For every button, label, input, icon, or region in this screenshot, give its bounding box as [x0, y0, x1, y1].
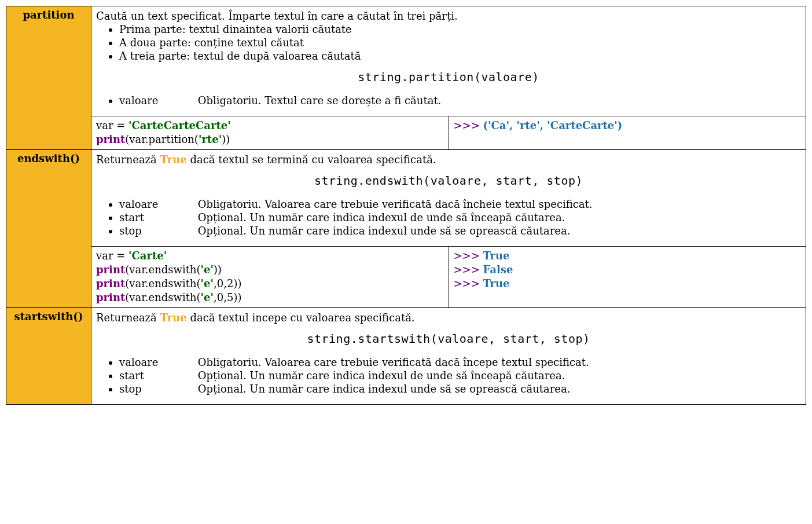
desc-intro: Returnează True dacă textul incepe cu va… [96, 312, 801, 324]
true-keyword: True [160, 312, 187, 324]
signature: string.endswith(valoare, start, stop) [96, 174, 801, 188]
list-item: start Opțional. Un număr care indica ind… [119, 211, 801, 223]
param-desc: Obligatoriu. Valoarea care trebuie verif… [198, 356, 589, 368]
desc-text: dacă textul incepe cu valoarea specifica… [187, 312, 415, 324]
param-desc: Opțional. Un număr care indica indexul d… [198, 369, 565, 382]
method-name-cell: partition [6, 6, 91, 150]
print-keyword: print [96, 277, 125, 290]
signature: string.partition(valoare) [96, 70, 801, 84]
output-value: True [483, 277, 509, 290]
param-name: valoare [119, 94, 194, 107]
list-item: valoare Obligatoriu. Textul care se dore… [119, 94, 801, 107]
code-text: (var.partition( [125, 133, 199, 145]
list-item: stop Opțional. Un număr care indica inde… [119, 383, 801, 395]
prompt: >>> [454, 263, 483, 276]
list-item: A doua parte: conține textul căutat [119, 36, 801, 49]
desc-text: Returnează [96, 153, 160, 166]
code-line: print(var.endswith('e',0,5)) [96, 291, 444, 305]
output-value: False [483, 263, 513, 276]
param-desc: Opțional. Un număr care indica indexul u… [198, 225, 571, 237]
string-literal: 'Carte' [128, 250, 167, 262]
output-value: ('Ca', 'rte', 'CarteCarte') [483, 119, 622, 131]
string-literal: 'e' [201, 291, 214, 303]
string-literal: 'e' [201, 263, 214, 276]
methods-table: partition Caută un text specificat. Împa… [6, 6, 806, 405]
description-cell: Returnează True dacă textul incepe cu va… [91, 307, 806, 404]
param-name: valoare [119, 356, 194, 368]
print-keyword: print [96, 291, 125, 303]
true-keyword: True [160, 153, 187, 166]
table-row: endswith() Returnează True dacă textul s… [6, 149, 806, 246]
param-name: valoare [119, 198, 194, 210]
output-cell: >>> True >>> False >>> True [449, 246, 806, 307]
list-item: stop Opțional. Un număr care indica inde… [119, 225, 801, 237]
desc-intro: Returnează True dacă textul se termină c… [96, 153, 801, 166]
code-text: var = [96, 250, 128, 262]
string-literal: 'CarteCarteCarte' [128, 119, 231, 131]
code-line: print(var.endswith('e',0,2)) [96, 277, 444, 291]
prompt: >>> [454, 277, 483, 290]
method-name-cell: endswith() [6, 149, 91, 307]
prompt: >>> [454, 119, 483, 131]
description-cell: Returnează True dacă textul se termină c… [91, 149, 806, 246]
table-row: startswith() Returnează True dacă textul… [6, 307, 806, 404]
param-desc: Obligatoriu. Textul care se dorește a fi… [198, 94, 442, 107]
code-text: ,0,2)) [214, 277, 241, 290]
code-text: ,0,5)) [214, 291, 241, 303]
signature: string.startswith(valoare, start, stop) [96, 332, 801, 346]
list-item: A treia parte: textul de după valoarea c… [119, 50, 801, 62]
string-literal: 'rte' [199, 133, 222, 145]
param-desc: Opțional. Un număr care indica indexul d… [198, 211, 565, 223]
list-item: Prima parte: textul dinaintea valorii că… [119, 23, 801, 35]
code-line: var = 'Carte' [96, 249, 444, 263]
desc-intro: Caută un text specificat. Împarte textul… [96, 10, 801, 22]
list-item: start Opțional. Un număr care indica ind… [119, 369, 801, 382]
code-text: )) [222, 133, 230, 145]
param-name: start [119, 211, 194, 223]
string-literal: 'e' [201, 277, 214, 290]
output-line: >>> True [454, 277, 802, 291]
code-cell: var = 'CarteCarteCarte' print(var.partit… [91, 116, 449, 150]
output-cell: >>> ('Ca', 'rte', 'CarteCarte') [449, 116, 806, 150]
params-list: valoare Obligatoriu. Valoarea care trebu… [119, 198, 801, 237]
output-line: >>> True [454, 249, 802, 263]
description-cell: Caută un text specificat. Împarte textul… [91, 6, 806, 116]
code-text: var = [96, 119, 128, 131]
param-name: stop [119, 225, 194, 237]
code-text: (var.endswith( [125, 277, 200, 290]
desc-bullets: Prima parte: textul dinaintea valorii că… [119, 23, 801, 62]
table-row: partition Caută un text specificat. Împa… [6, 6, 806, 116]
code-text: )) [214, 263, 222, 276]
list-item: valoare Obligatoriu. Valoarea care trebu… [119, 198, 801, 210]
output-line: >>> False [454, 263, 802, 277]
params-list: valoare Obligatoriu. Valoarea care trebu… [119, 356, 801, 395]
code-line: print(var.endswith('e')) [96, 263, 444, 277]
table-row: var = 'CarteCarteCarte' print(var.partit… [6, 116, 806, 150]
param-desc: Opțional. Un număr care indica indexul u… [198, 383, 571, 395]
output-value: True [483, 250, 509, 262]
code-text: (var.endswith( [125, 263, 200, 276]
code-line: var = 'CarteCarteCarte' [96, 119, 444, 133]
output-line: >>> ('Ca', 'rte', 'CarteCarte') [454, 119, 802, 133]
prompt: >>> [454, 250, 483, 262]
method-name-cell: startswith() [6, 307, 91, 404]
desc-text: Returnează [96, 312, 160, 324]
param-name: start [119, 369, 194, 382]
print-keyword: print [96, 133, 125, 145]
code-line: print(var.partition('rte')) [96, 133, 444, 146]
param-name: stop [119, 383, 194, 395]
table-row: var = 'Carte' print(var.endswith('e')) p… [6, 246, 806, 307]
code-text: (var.endswith( [125, 291, 200, 303]
params-list: valoare Obligatoriu. Textul care se dore… [119, 94, 801, 107]
param-desc: Obligatoriu. Valoarea care trebuie verif… [198, 198, 593, 210]
desc-text: dacă textul se termină cu valoarea speci… [187, 153, 436, 166]
list-item: valoare Obligatoriu. Valoarea care trebu… [119, 356, 801, 368]
code-cell: var = 'Carte' print(var.endswith('e')) p… [91, 246, 449, 307]
print-keyword: print [96, 263, 125, 276]
